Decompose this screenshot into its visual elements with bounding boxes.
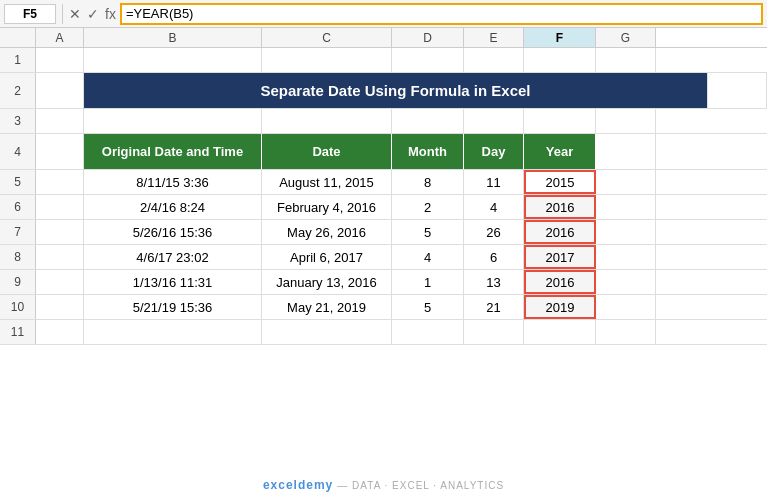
cell-c8[interactable]: April 6, 2017 — [262, 245, 392, 269]
cell-a1[interactable] — [36, 48, 84, 72]
cell-g5[interactable] — [596, 170, 656, 194]
col-header-b[interactable]: B — [84, 28, 262, 47]
cell-a6[interactable] — [36, 195, 84, 219]
cell-g11[interactable] — [596, 320, 656, 344]
confirm-icon[interactable]: ✓ — [87, 6, 99, 22]
cell-d1[interactable] — [392, 48, 464, 72]
cell-reference-box[interactable]: F5 — [4, 4, 56, 24]
cell-g3[interactable] — [596, 109, 656, 133]
cell-g1[interactable] — [596, 48, 656, 72]
cell-d5[interactable]: 8 — [392, 170, 464, 194]
table-row: 9 1/13/16 11:31 January 13, 2016 1 13 20… — [0, 270, 767, 295]
header-day-label: Day — [482, 144, 506, 159]
row-number: 11 — [0, 320, 36, 344]
cell-c5[interactable]: August 11, 2015 — [262, 170, 392, 194]
cell-b9[interactable]: 1/13/16 11:31 — [84, 270, 262, 294]
header-date: Date — [262, 134, 392, 169]
cell-f5[interactable]: 2015 — [524, 170, 596, 194]
grid-body: 1 2 Separate Date Using Formula in Excel — [0, 48, 767, 500]
cell-f8[interactable]: 2017 — [524, 245, 596, 269]
cell-c11[interactable] — [262, 320, 392, 344]
cell-a5[interactable] — [36, 170, 84, 194]
row-number: 10 — [0, 295, 36, 319]
cell-f1[interactable] — [524, 48, 596, 72]
cell-e9[interactable]: 13 — [464, 270, 524, 294]
cell-g8[interactable] — [596, 245, 656, 269]
spreadsheet-container: F5 ✕ ✓ fx =YEAR(B5) A B C D E F G 1 — [0, 0, 767, 500]
col-header-g[interactable]: G — [596, 28, 656, 47]
cell-e6[interactable]: 4 — [464, 195, 524, 219]
cell-a9[interactable] — [36, 270, 84, 294]
cell-a7[interactable] — [36, 220, 84, 244]
cell-f3[interactable] — [524, 109, 596, 133]
table-row: 2 Separate Date Using Formula in Excel — [0, 73, 767, 109]
cell-b7[interactable]: 5/26/16 15:36 — [84, 220, 262, 244]
cell-c6[interactable]: February 4, 2016 — [262, 195, 392, 219]
formula-input[interactable]: =YEAR(B5) — [120, 3, 763, 25]
cell-c1[interactable] — [262, 48, 392, 72]
cell-a2[interactable] — [36, 73, 84, 108]
col-header-e[interactable]: E — [464, 28, 524, 47]
corner-spacer — [0, 28, 36, 47]
cell-e11[interactable] — [464, 320, 524, 344]
col-header-d[interactable]: D — [392, 28, 464, 47]
cell-d9[interactable]: 1 — [392, 270, 464, 294]
cell-d6[interactable]: 2 — [392, 195, 464, 219]
watermark-text: exceldemy — [263, 478, 333, 492]
cell-f10[interactable]: 2019 — [524, 295, 596, 319]
col-header-f[interactable]: F — [524, 28, 596, 47]
cell-b1[interactable] — [84, 48, 262, 72]
row-number: 3 — [0, 109, 36, 133]
cell-g9[interactable] — [596, 270, 656, 294]
cell-c3[interactable] — [262, 109, 392, 133]
cell-e10[interactable]: 21 — [464, 295, 524, 319]
cell-g7[interactable] — [596, 220, 656, 244]
cell-c9[interactable]: January 13, 2016 — [262, 270, 392, 294]
row-number: 7 — [0, 220, 36, 244]
cell-b11[interactable] — [84, 320, 262, 344]
cell-f9[interactable]: 2016 — [524, 270, 596, 294]
cell-a10[interactable] — [36, 295, 84, 319]
table-row: 10 5/21/19 15:36 May 21, 2019 5 21 2019 — [0, 295, 767, 320]
row-number: 4 — [0, 134, 36, 169]
header-month-label: Month — [408, 144, 447, 159]
cell-e1[interactable] — [464, 48, 524, 72]
cell-b8[interactable]: 4/6/17 23:02 — [84, 245, 262, 269]
cell-e7[interactable]: 26 — [464, 220, 524, 244]
cell-f6[interactable]: 2016 — [524, 195, 596, 219]
cell-b10[interactable]: 5/21/19 15:36 — [84, 295, 262, 319]
cell-e8[interactable]: 6 — [464, 245, 524, 269]
col-header-a[interactable]: A — [36, 28, 84, 47]
cell-a3[interactable] — [36, 109, 84, 133]
cell-d7[interactable]: 5 — [392, 220, 464, 244]
cell-d10[interactable]: 5 — [392, 295, 464, 319]
table-row: 11 — [0, 320, 767, 345]
cell-a8[interactable] — [36, 245, 84, 269]
col-header-c[interactable]: C — [262, 28, 392, 47]
cell-c7[interactable]: May 26, 2016 — [262, 220, 392, 244]
cell-e5[interactable]: 11 — [464, 170, 524, 194]
cell-g10[interactable] — [596, 295, 656, 319]
row-number: 1 — [0, 48, 36, 72]
cell-b6[interactable]: 2/4/16 8:24 — [84, 195, 262, 219]
cell-a4[interactable] — [36, 134, 84, 169]
cell-f11[interactable] — [524, 320, 596, 344]
cell-f7[interactable]: 2016 — [524, 220, 596, 244]
cell-b3[interactable] — [84, 109, 262, 133]
cell-e3[interactable] — [464, 109, 524, 133]
cell-ref-value: F5 — [23, 7, 37, 21]
row-number: 6 — [0, 195, 36, 219]
cell-c10[interactable]: May 21, 2019 — [262, 295, 392, 319]
cell-g4[interactable] — [596, 134, 656, 169]
cancel-icon[interactable]: ✕ — [69, 6, 81, 22]
table-row: 7 5/26/16 15:36 May 26, 2016 5 26 2016 — [0, 220, 767, 245]
cell-d3[interactable] — [392, 109, 464, 133]
cell-b5[interactable]: 8/11/15 3:36 — [84, 170, 262, 194]
cell-g2[interactable] — [707, 73, 767, 108]
table-row: 6 2/4/16 8:24 February 4, 2016 2 4 2016 — [0, 195, 767, 220]
cell-d11[interactable] — [392, 320, 464, 344]
cell-g6[interactable] — [596, 195, 656, 219]
cell-a11[interactable] — [36, 320, 84, 344]
cell-d8[interactable]: 4 — [392, 245, 464, 269]
header-month: Month — [392, 134, 464, 169]
